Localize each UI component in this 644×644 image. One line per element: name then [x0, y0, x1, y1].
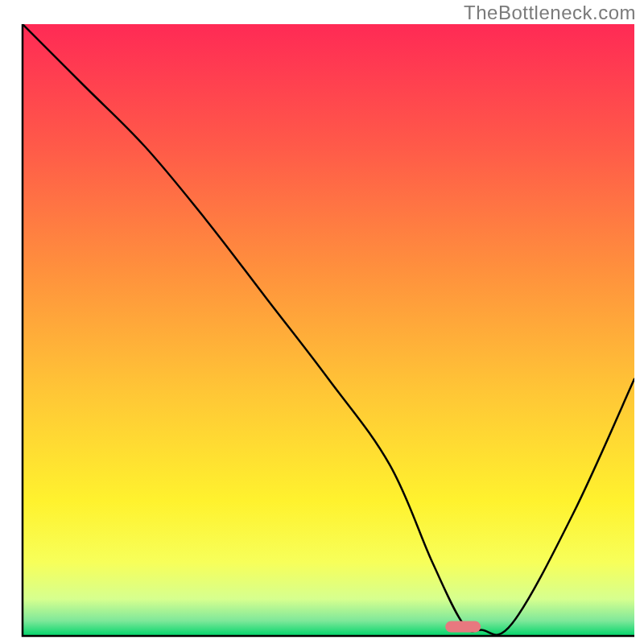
bottleneck-chart — [0, 0, 644, 644]
result-marker — [445, 621, 481, 633]
chart-container: { "watermark": "TheBottleneck.com", "cha… — [0, 0, 644, 644]
watermark-text: TheBottleneck.com — [464, 2, 636, 24]
